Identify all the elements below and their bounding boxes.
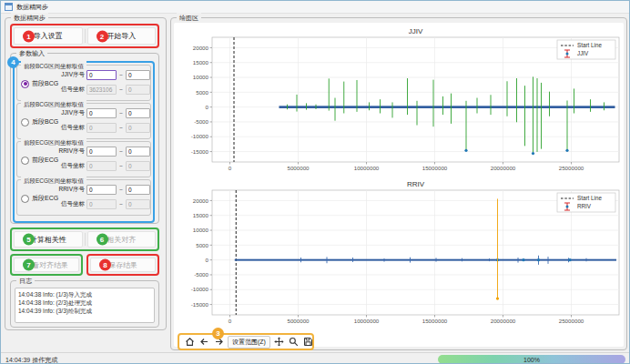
button-divider (85, 233, 86, 246)
signal-coord-label: 信号坐标 (56, 124, 85, 132)
save-result-button[interactable]: 8 保存结果 (90, 258, 156, 272)
svg-text:10000: 10000 (193, 227, 209, 233)
rriv-chart[interactable]: 0500000010000000150000002000000025000000… (176, 177, 624, 328)
radio-rear-ecg-label: 后段ECG (32, 194, 58, 203)
rriv-index-start-input[interactable] (86, 185, 117, 195)
svg-text:5000000: 5000000 (287, 165, 310, 171)
radio-rear-bcg[interactable]: 后段BCG (21, 117, 58, 126)
plot-area-title: 绘图区 (177, 13, 201, 23)
step-7-badge: 7 (23, 259, 35, 271)
rriv-index-start-input[interactable] (86, 147, 117, 157)
step-8-badge: 8 (99, 259, 111, 271)
param-input-group: 参数输入 4 前段BCG区间坐标取值 前段BCG JJIV序号 ~ (10, 53, 159, 224)
radio-section-2[interactable] (21, 157, 29, 165)
signal-coord-label: 信号坐标 (56, 162, 85, 170)
jjiv-index-start-input[interactable] (86, 70, 117, 80)
svg-text:-10000: -10000 (191, 286, 209, 292)
signal-coord-end-input (126, 85, 150, 95)
start-import-label: 开始导入 (107, 31, 136, 41)
radio-section-0[interactable] (21, 80, 29, 88)
signal-coord-label: 信号坐标 (56, 200, 85, 208)
zoom-icon[interactable] (289, 337, 300, 348)
set-range-button[interactable]: 设置范围(Z) (228, 336, 270, 349)
tilde: ~ (118, 125, 124, 131)
section-front-ecg: 前段ECG区间坐标取值 前段ECG RRIV序号 ~ 信号坐标 ~ (16, 141, 151, 177)
tilde: ~ (118, 86, 124, 93)
jjiv-index-end-input[interactable] (126, 108, 150, 118)
signal-coord-row: 信号坐标 ~ (56, 199, 150, 209)
svg-text:-5000: -5000 (194, 271, 208, 278)
jjiv-index-start-input[interactable] (86, 108, 117, 118)
svg-text:15000: 15000 (193, 59, 209, 66)
svg-text:0: 0 (229, 165, 232, 171)
svg-text:20000: 20000 (193, 45, 209, 51)
log-line: 14:04:39 Info: (3/3)绘制完成 (18, 307, 151, 315)
radio-front-ecg-label: 前段ECG (32, 156, 58, 165)
svg-text:JJIV: JJIV (409, 27, 423, 35)
pan-icon[interactable] (274, 337, 285, 348)
svg-text:25000000: 25000000 (559, 165, 584, 171)
import-buttons-frame: 1 导入设置 2 开始导入 (10, 24, 159, 48)
svg-text:Start Line: Start Line (577, 195, 602, 201)
svg-text:15000: 15000 (193, 212, 209, 218)
start-import-button[interactable]: 2 开始导入 (87, 27, 157, 45)
correlation-buttons-frame: 5 计算相关性 6 相关对齐 (10, 228, 159, 251)
tilde: ~ (118, 163, 124, 169)
calc-correlation-button[interactable]: 5 计算相关性 (14, 231, 83, 248)
signal-coord-row: 信号坐标 ~ (56, 85, 150, 95)
step-3-badge: 3 (212, 328, 224, 339)
tilde: ~ (118, 148, 124, 155)
signal-coord-end-input (126, 199, 150, 209)
back-arrow-icon[interactable] (198, 337, 209, 348)
tilde: ~ (118, 187, 124, 193)
jjiv-index-end-input[interactable] (126, 70, 150, 80)
jjiv-index-label: JJIV序号 (56, 109, 85, 117)
log-group: 日志 14:04:38 Info: (1/3)导入完成 14:04:38 Inf… (10, 280, 159, 328)
figure-canvas: 0500000010000000150000002000000025000000… (174, 23, 624, 347)
status-text: 14:04:39 操作完成 (5, 356, 57, 364)
save-figure-icon[interactable] (303, 337, 314, 348)
signal-coord-start-input (86, 85, 117, 95)
import-settings-button[interactable]: 1 导入设置 (14, 27, 83, 45)
signal-coord-label: 信号坐标 (56, 86, 85, 94)
svg-text:15000000: 15000000 (422, 318, 448, 324)
rriv-index-label: RRIV序号 (56, 147, 85, 156)
svg-text:-15000: -15000 (191, 301, 209, 308)
rriv-index-end-input[interactable] (126, 185, 150, 195)
tilde: ~ (118, 201, 124, 207)
log-group-title: 日志 (16, 276, 35, 286)
jjiv-index-label: JJIV序号 (56, 71, 85, 79)
radio-section-3[interactable] (21, 195, 29, 203)
section-front-bcg: 前段BCG区间坐标取值 前段BCG JJIV序号 ~ 信号坐标 ~ (16, 65, 151, 101)
radio-front-ecg[interactable]: 前段ECG (21, 156, 58, 165)
log-textarea[interactable]: 14:04:38 Info: (1/3)导入完成 14:04:38 Info: … (15, 288, 155, 323)
radio-front-bcg[interactable]: 前段BCG (21, 79, 58, 88)
svg-text:20000000: 20000000 (491, 318, 516, 324)
svg-text:0: 0 (206, 257, 209, 263)
correlation-align-button[interactable]: 6 相关对齐 (87, 231, 157, 248)
svg-text:RRIV: RRIV (407, 180, 425, 188)
radio-rear-bcg-label: 后段BCG (32, 117, 58, 126)
rriv-index-row: RRIV序号 ~ (56, 147, 150, 157)
svg-text:5000: 5000 (196, 242, 208, 248)
window-title: 数据精同步 (16, 3, 48, 12)
rriv-index-end-input[interactable] (126, 147, 150, 157)
param-sections-frame: 4 前段BCG区间坐标取值 前段BCG JJIV序号 ~ (13, 61, 155, 223)
sync-panel: 数据精同步 1 导入设置 2 开始导入 参数输入 4 (5, 17, 167, 330)
step-6-badge: 6 (97, 234, 108, 246)
view-align-result-button[interactable]: 7 查看对齐结果 (14, 258, 79, 272)
rriv-index-label: RRIV序号 (56, 186, 85, 194)
jjiv-chart[interactable]: 0500000010000000150000002000000025000000… (176, 25, 624, 175)
jjiv-index-row: JJIV序号 ~ (56, 70, 150, 80)
radio-rear-ecg[interactable]: 后段ECG (21, 194, 58, 203)
home-icon[interactable] (184, 337, 195, 348)
title-bar: 数据精同步 (1, 1, 629, 14)
plot-toolbar: 3 设置范围(Z) (178, 333, 314, 350)
svg-text:-15000: -15000 (191, 148, 209, 155)
signal-coord-end-input (126, 161, 150, 171)
svg-text:10000000: 10000000 (354, 318, 380, 324)
signal-coord-start-input (86, 123, 117, 133)
signal-coord-row: 信号坐标 ~ (56, 161, 150, 171)
param-input-title: 参数输入 (16, 48, 47, 58)
radio-section-1[interactable] (21, 118, 29, 126)
